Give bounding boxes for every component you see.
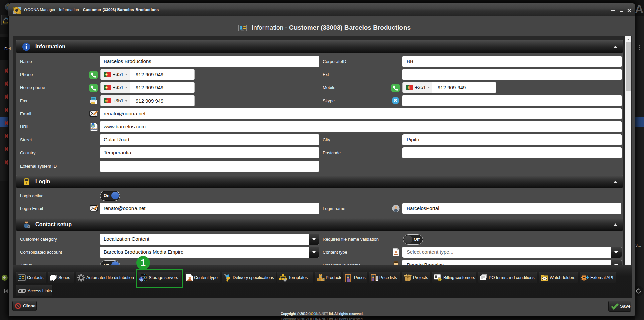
svg-text:WWW: WWW	[91, 128, 97, 130]
svg-text:S: S	[394, 98, 397, 103]
